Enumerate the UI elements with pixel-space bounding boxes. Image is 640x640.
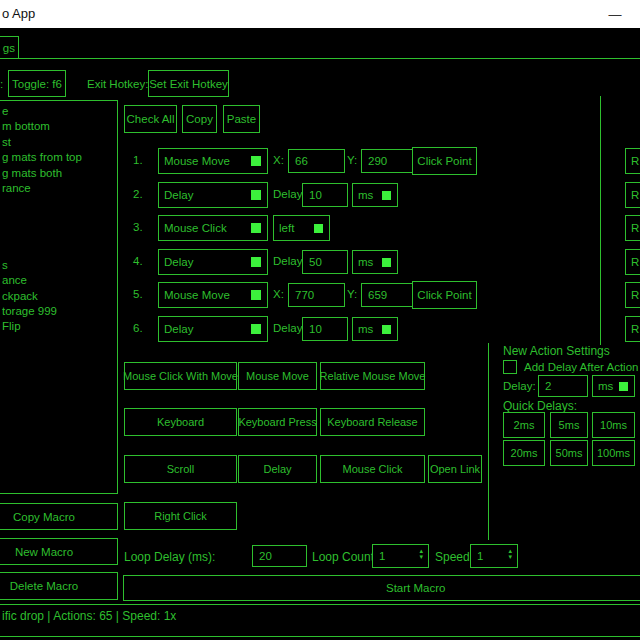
x-input[interactable]: 770 (288, 283, 345, 307)
toggle-hotkey-label: : (0, 78, 3, 90)
action-type-dropdown[interactable]: Mouse Click (158, 215, 268, 241)
add-delay-checkbox-label: Add Delay After Action (524, 361, 638, 373)
quick-delay-100ms-button[interactable]: 100ms (592, 440, 635, 466)
action-type-value: Mouse Click (164, 222, 227, 234)
x-label: X: (273, 154, 284, 166)
mouse-click-with-move-button[interactable]: Mouse Click With Move (124, 362, 237, 390)
new-action-unit-dropdown[interactable]: ms (592, 375, 635, 397)
quick-delay-20ms-button[interactable]: 20ms (503, 440, 545, 466)
keyboard-button[interactable]: Keyboard (124, 408, 237, 436)
dropdown-indicator-icon (314, 224, 323, 233)
y-input[interactable]: 290 (361, 149, 418, 173)
delay-input[interactable]: 50 (302, 250, 348, 274)
speed-stepper[interactable]: 1 ▴▾ (470, 544, 518, 568)
action-type-dropdown[interactable]: Delay (158, 249, 268, 275)
delay-input[interactable]: 10 (302, 183, 348, 207)
action-row: 5. Mouse Move X: 770 Y: 659 Click Point … (0, 281, 640, 309)
list-item[interactable]: m bottom (2, 119, 117, 134)
dropdown-indicator-icon (251, 290, 261, 300)
loop-count-label: Loop Count: (312, 550, 377, 564)
delay-label: Delay (273, 255, 302, 267)
exit-hotkey-label: Exit Hotkey: (87, 78, 148, 90)
paste-button[interactable]: Paste (223, 105, 260, 133)
speed-label: Speed: (435, 550, 473, 564)
unit-value: ms (358, 323, 373, 335)
remove-action-button[interactable]: R (625, 182, 640, 208)
list-item[interactable]: e (2, 104, 117, 119)
title-bar: o App — (0, 0, 640, 28)
loop-count-value: 1 (379, 550, 385, 562)
delay-input[interactable]: 10 (302, 317, 348, 341)
quick-delay-50ms-button[interactable]: 50ms (550, 440, 588, 466)
add-delay-checkbox[interactable] (503, 360, 517, 374)
dropdown-indicator-icon (619, 382, 628, 391)
delay-button[interactable]: Delay (238, 455, 317, 483)
remove-action-button[interactable]: R (625, 249, 640, 275)
action-type-dropdown[interactable]: Delay (158, 182, 268, 208)
quick-delays-label: Quick Delays: (503, 399, 577, 413)
action-row: 1. Mouse Move X: 66 Y: 290 Click Point R (0, 147, 640, 175)
status-bar-top-divider (0, 604, 640, 605)
start-macro-button[interactable]: Start Macro (123, 575, 640, 601)
spinner-down-icon[interactable]: ▾ (419, 554, 423, 560)
status-bar-text: ific drop | Actions: 65 | Speed: 1x (2, 609, 176, 623)
status-bar-bottom-divider (0, 636, 640, 637)
dropdown-indicator-icon (251, 156, 261, 166)
unit-value: ms (598, 380, 613, 392)
unit-dropdown[interactable]: ms (352, 250, 398, 274)
tab-settings[interactable]: gs (0, 36, 19, 59)
unit-dropdown[interactable]: ms (352, 317, 398, 341)
action-type-value: Delay (164, 323, 193, 335)
action-type-dropdown[interactable]: Delay (158, 316, 268, 342)
unit-value: ms (358, 256, 373, 268)
mouse-click-button[interactable]: Mouse Click (320, 455, 425, 483)
toggle-hotkey-button[interactable]: Toggle: f6 (8, 70, 66, 97)
click-point-button[interactable]: Click Point (412, 281, 477, 309)
new-macro-button[interactable]: New Macro (0, 538, 118, 565)
quick-delay-5ms-button[interactable]: 5ms (550, 412, 588, 438)
delete-macro-button[interactable]: Delete Macro (0, 572, 118, 600)
mouse-move-button[interactable]: Mouse Move (238, 362, 317, 390)
action-type-dropdown[interactable]: Mouse Move (158, 148, 268, 174)
copy-macro-button[interactable]: Copy Macro (0, 503, 118, 530)
copy-button[interactable]: Copy (182, 105, 217, 133)
loop-delay-input[interactable]: 20 (252, 545, 307, 567)
new-action-delay-input[interactable]: 2 (538, 375, 588, 397)
stepper-arrows-icon[interactable]: ▴▾ (508, 548, 512, 560)
scroll-button[interactable]: Scroll (124, 455, 237, 483)
keyboard-press-button[interactable]: Keyboard Press (238, 408, 317, 436)
click-point-button[interactable]: Click Point (412, 147, 477, 175)
mouse-button-dropdown[interactable]: left (273, 215, 330, 241)
row-number: 4. (133, 255, 143, 267)
check-all-button[interactable]: Check All (124, 105, 177, 133)
dropdown-indicator-icon (251, 223, 261, 233)
dropdown-indicator-icon (382, 325, 391, 334)
action-type-dropdown[interactable]: Mouse Move (158, 282, 268, 308)
remove-action-button[interactable]: R (625, 148, 640, 174)
stepper-arrows-icon[interactable]: ▴▾ (419, 548, 423, 560)
unit-dropdown[interactable]: ms (352, 183, 398, 207)
relative-mouse-move-button[interactable]: Relative Mouse Move (320, 362, 425, 390)
right-click-button[interactable]: Right Click (124, 502, 237, 530)
x-input[interactable]: 66 (288, 149, 345, 173)
set-exit-hotkey-button[interactable]: Set Exit Hotkey (148, 70, 229, 97)
remove-action-button[interactable]: R (625, 316, 640, 342)
open-link-button[interactable]: Open Link (428, 455, 482, 483)
y-input[interactable]: 659 (361, 283, 418, 307)
tab-label: gs (3, 42, 15, 54)
keyboard-release-button[interactable]: Keyboard Release (320, 408, 425, 436)
spinner-down-icon[interactable]: ▾ (508, 554, 512, 560)
action-type-value: Mouse Move (164, 289, 230, 301)
action-type-value: Mouse Move (164, 155, 230, 167)
settings-panel-separator (488, 343, 489, 540)
loop-count-stepper[interactable]: 1 ▴▾ (372, 544, 429, 568)
actions-panel-border (600, 96, 601, 345)
quick-delay-10ms-button[interactable]: 10ms (592, 412, 635, 438)
remove-action-button[interactable]: R (625, 282, 640, 308)
row-number: 5. (133, 288, 143, 300)
quick-delay-2ms-button[interactable]: 2ms (503, 412, 545, 438)
new-action-settings-title: New Action Settings (503, 344, 610, 358)
dropdown-indicator-icon (382, 258, 391, 267)
remove-action-button[interactable]: R (625, 215, 640, 241)
minimize-button[interactable]: — (600, 4, 630, 24)
